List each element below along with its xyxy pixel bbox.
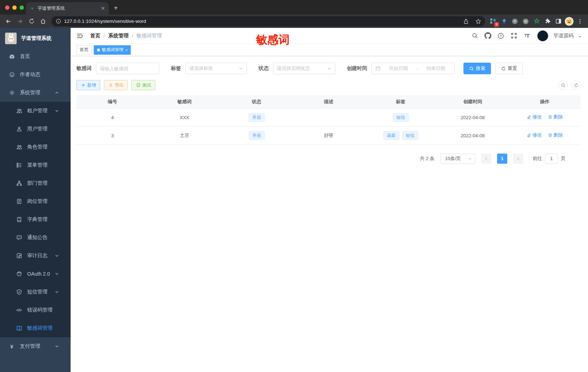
sidebar-item-dictionary[interactable]: 字典管理 [0, 210, 71, 229]
sidebar-item-error-code[interactable]: </>错误码管理 [0, 301, 71, 319]
user-avatar[interactable] [537, 30, 548, 41]
window-minimize-button[interactable] [12, 5, 17, 10]
edit-icon [527, 133, 532, 138]
status-filter-select[interactable]: 请选择启用状态 [273, 63, 335, 74]
search-button[interactable]: 搜索 [463, 63, 491, 74]
new-tab-button[interactable]: + [114, 4, 118, 12]
extension-command-icon[interactable]: ⌘ [510, 16, 520, 26]
sidebar-item-sms-shield[interactable]: 短信管理 [0, 283, 71, 301]
next-page-button[interactable] [513, 154, 523, 164]
browser-tab[interactable]: 芋道管理系统 ✕ [26, 2, 109, 14]
sms-shield-icon [16, 289, 22, 295]
tag-close-icon[interactable]: × [125, 48, 127, 52]
sidebar-item-role[interactable]: 角色管理 [0, 138, 71, 156]
window-close-button[interactable] [5, 5, 9, 10]
chevron-up-icon [54, 90, 60, 96]
breadcrumb-home[interactable]: 首页 [90, 33, 100, 39]
extension-kite-icon[interactable] [499, 16, 509, 26]
column-header: 敏感词 [148, 95, 220, 108]
chevron-down-icon [54, 289, 60, 295]
bookmark-star-icon[interactable] [474, 17, 483, 26]
browser-tab-strip: 芋道管理系统 ✕ + [0, 0, 588, 14]
tab-close-icon[interactable]: ✕ [101, 5, 105, 11]
site-info-icon[interactable] [56, 18, 61, 24]
sidebar-menu: 首页作者动态系统管理租户管理用户管理角色管理菜单管理部门管理岗位管理字典管理通知… [0, 47, 71, 355]
date-range-picker[interactable]: 开始日期 - 结束日期 [371, 63, 455, 74]
sidebar-item-author-feed[interactable]: 作者动态 [0, 66, 71, 84]
sidebar-item-audit-log[interactable]: 审计日志 [0, 247, 71, 265]
extension-record-icon[interactable] [521, 16, 531, 26]
goto-page-input[interactable] [545, 154, 558, 164]
edit-link[interactable]: 修改 [527, 114, 542, 120]
cell-status: 开启 [220, 108, 293, 126]
sidebar-item-label: 系统管理 [20, 89, 40, 96]
extensions-puzzle-icon[interactable] [542, 16, 553, 26]
extension-star-icon[interactable] [532, 16, 542, 26]
sidebar-item-notice[interactable]: 通知公告 [0, 229, 71, 247]
status-filter-label: 状态 [259, 65, 269, 72]
share-icon[interactable] [461, 17, 471, 26]
table-row: 3土豆开启好呀蔬菜短信2022-04-08修改删除 [76, 126, 581, 145]
github-icon[interactable] [483, 31, 492, 41]
tag-chip: 短信 [402, 131, 418, 140]
reload-icon[interactable] [26, 16, 37, 27]
cell-tags: 短信 [365, 108, 437, 126]
user-caret-down-icon[interactable] [578, 34, 582, 38]
tag-view-home[interactable]: 首页 [76, 45, 92, 55]
font-size-icon[interactable]: TT [522, 31, 532, 41]
chevron-down-icon [54, 271, 60, 277]
tag-view-sensitive-word[interactable]: 敏感词管理 × [94, 45, 131, 55]
tag-filter-select[interactable]: 请选择标签 [185, 63, 247, 74]
sidebar-item-payment[interactable]: ¥支付管理 [0, 337, 71, 355]
sidebar-item-oauth[interactable]: OAuth 2.0 [0, 265, 71, 283]
tags-view-bar: 首页 敏感词管理 × [71, 44, 588, 56]
refresh-table-button[interactable] [571, 80, 581, 90]
status-badge[interactable]: 开启 [249, 113, 265, 122]
browser-menu-kebab-icon[interactable] [575, 16, 585, 26]
header-search-icon[interactable] [470, 31, 479, 41]
breadcrumb-system[interactable]: 系统管理 [108, 33, 129, 39]
sidebar-item-menu-tree[interactable]: 菜单管理 [0, 156, 71, 174]
pagination: 共 2 条 10条/页 1 前往 页 [76, 154, 581, 164]
add-button[interactable]: 新增 [76, 80, 100, 90]
address-bar[interactable]: 127.0.0.1:1024/system/sensitive-word [51, 16, 485, 26]
sidebar-item-gear[interactable]: 系统管理 [0, 84, 71, 102]
prev-page-button[interactable] [481, 154, 491, 164]
help-icon[interactable]: ? [496, 31, 505, 41]
delete-link[interactable]: 删除 [548, 132, 563, 138]
sidebar-item-label: 错误码管理 [27, 307, 52, 313]
toggle-search-button[interactable] [558, 80, 568, 90]
export-button[interactable]: 导出 [104, 80, 128, 90]
post-badge-icon [16, 198, 22, 205]
status-badge[interactable]: 开启 [249, 131, 265, 140]
table-toolbar: 新增 导出 测试 [76, 80, 581, 90]
test-button[interactable]: 测试 [131, 80, 155, 90]
sidebar-item-post-badge[interactable]: 岗位管理 [0, 192, 71, 210]
word-filter-input[interactable] [100, 66, 155, 71]
sidebar-item-dashboard[interactable]: 首页 [0, 47, 71, 66]
profile-avatar-emoji[interactable] [564, 16, 574, 26]
delete-link[interactable]: 删除 [548, 114, 563, 120]
reset-button[interactable]: 重置 [495, 63, 523, 74]
current-page[interactable]: 1 [497, 154, 507, 164]
home-icon[interactable] [38, 16, 49, 27]
svg-text:?: ? [500, 34, 502, 38]
sidebar-item-user[interactable]: 用户管理 [0, 120, 71, 138]
sidebar-item-sensitive-word[interactable]: 敏感词管理 [0, 319, 71, 337]
side-panel-icon[interactable] [553, 16, 563, 26]
column-header: 操作 [509, 95, 581, 108]
delete-icon [548, 115, 553, 120]
page-size-select[interactable]: 10条/页 [440, 154, 475, 164]
sidebar-item-tenant[interactable]: 租户管理 [0, 102, 71, 120]
browser-tab-title: 芋道管理系统 [38, 5, 98, 12]
edit-link[interactable]: 修改 [527, 132, 542, 138]
back-icon[interactable] [3, 16, 14, 27]
forward-icon[interactable] [14, 16, 25, 27]
fullscreen-icon[interactable] [509, 31, 518, 41]
sidebar-item-department[interactable]: 部门管理 [0, 174, 71, 192]
window-zoom-button[interactable] [20, 5, 24, 10]
extension-grid-icon[interactable]: 9 [488, 16, 498, 26]
role-icon [16, 144, 22, 150]
sidebar-logo-row[interactable]: 芋道管理系统 [0, 29, 71, 47]
sidebar-fold-icon[interactable] [76, 32, 85, 40]
